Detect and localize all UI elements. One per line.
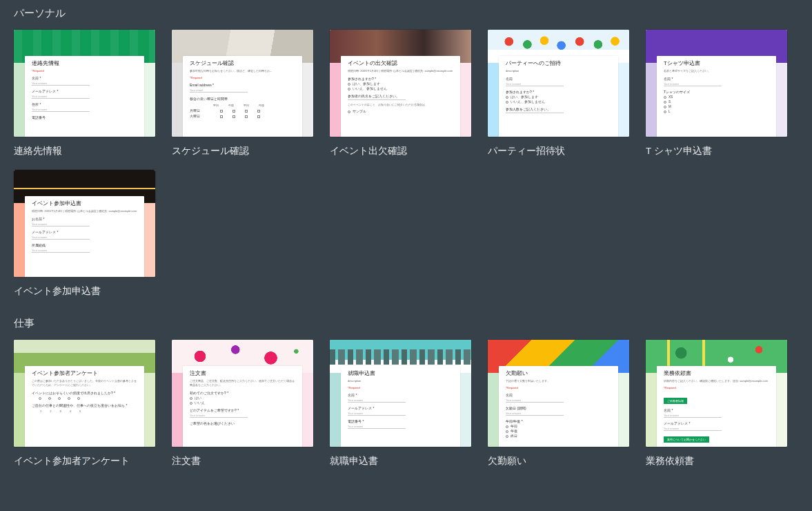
template-thumb: イベント参加申込書 開催日時: 20XX年1月4日 | 開催場所: 山本ビル会議… [14,170,155,277]
form-title: 欠勤願い [506,370,611,377]
template-card-event-registration[interactable]: イベント参加申込書 開催日時: 20XX年1月4日 | 開催場所: 山本ビル会議… [14,170,155,298]
template-label: 注文書 [172,455,313,467]
template-label: イベント参加申込書 [14,285,155,298]
template-thumb: 欠勤願い 下記の通り欠勤を申請いたします。 *Required 名前Your a… [488,340,629,447]
template-label: パーティー招待状 [488,145,629,157]
template-card-work-request[interactable]: 業務依頼書 依頼内容をご記入ください。確認後ご連絡いたします。担当: sampl… [646,340,787,467]
work-grid: イベント参加者アンケート この度はご参加いただきありがとうございました。今後のイ… [14,340,798,467]
template-thumb: 業務依頼書 依頼内容をご記入ください。確認後ご連絡いたします。担当: sampl… [646,340,787,447]
template-label: 連絡先情報 [14,145,155,157]
template-label: 欠勤願い [488,455,629,467]
template-label: 就職申込書 [330,455,471,467]
template-label: イベント参加者アンケート [14,455,155,467]
template-card-event-rsvp[interactable]: イベントの出欠確認 開催日時: 20XX年1月4日 | 開催場所: 山本ビル会議… [330,30,471,157]
template-card-schedule[interactable]: スケジュール確認 参加可能な日時をお知らせください。後ほど、確定した日時をお..… [172,30,313,157]
template-card-contact-info[interactable]: 連絡先情報 *Required 名前 *Your answer メールアドレス … [14,30,155,157]
template-card-event-feedback[interactable]: イベント参加者アンケート この度はご参加いただきありがとうございました。今後のイ… [14,340,155,467]
template-card-job-application[interactable]: 就職申込書 description *Required 名前 *Your ans… [330,340,471,467]
template-label: スケジュール確認 [172,145,313,157]
template-label: イベント出欠確認 [330,145,471,157]
personal-grid: 連絡先情報 *Required 名前 *Your answer メールアドレス … [14,30,798,298]
form-title: Tシャツ申込書 [664,60,769,67]
template-thumb: イベント参加者アンケート この度はご参加いただきありがとうございました。今後のイ… [14,340,155,447]
form-title: 連絡先情報 [32,60,137,67]
template-thumb: Tシャツ申込書 名前と希望サイズをご記入ください。 名前 *Your answe… [646,30,787,137]
form-title: 注文書 [190,370,295,377]
template-card-party-invite[interactable]: パーティーへのご招待 description 名前Your answer 参加さ… [488,30,629,157]
template-thumb: スケジュール確認 参加可能な日時をお知らせください。後ほど、確定した日時をお..… [172,30,313,137]
template-card-tshirt[interactable]: Tシャツ申込書 名前と希望サイズをご記入ください。 名前 *Your answe… [646,30,787,157]
form-title: イベント参加申込書 [32,200,137,207]
form-title: 業務依頼書 [664,370,769,377]
form-title: パーティーへのご招待 [506,60,611,67]
template-thumb: 就職申込書 description *Required 名前 *Your ans… [330,340,471,447]
section-title-personal: パーソナル [14,7,798,20]
template-card-time-off[interactable]: 欠勤願い 下記の通り欠勤を申請いたします。 *Required 名前Your a… [488,340,629,467]
section-title-work: 仕事 [14,317,798,330]
template-thumb: イベントの出欠確認 開催日時: 20XX年1月4日 | 開催場所: 山本ビル会議… [330,30,471,137]
template-card-order-form[interactable]: 注文書 ご注文商品、ご注文数、配送先住所をご入力ください。追加でご注文いただく場… [172,340,313,467]
template-label: 業務依頼書 [646,455,787,467]
form-title: 就職申込書 [348,370,453,377]
template-label: T シャツ申込書 [646,145,787,157]
template-thumb: 連絡先情報 *Required 名前 *Your answer メールアドレス … [14,30,155,137]
template-thumb: パーティーへのご招待 description 名前Your answer 参加さ… [488,30,629,137]
form-title: イベントの出欠確認 [348,60,453,67]
template-thumb: 注文書 ご注文商品、ご注文数、配送先住所をご入力ください。追加でご注文いただく場… [172,340,313,447]
form-title: スケジュール確認 [190,60,295,67]
form-title: イベント参加者アンケート [32,370,137,377]
